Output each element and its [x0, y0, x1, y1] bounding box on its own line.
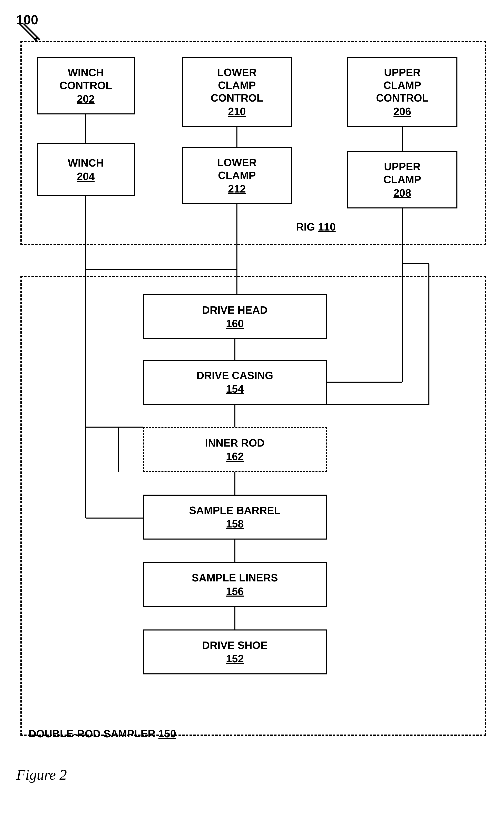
drive-casing-block: DRIVE CASING 154 [143, 360, 327, 405]
sample-barrel-block: SAMPLE BARREL 158 [143, 495, 327, 539]
figure-caption: Figure 2 [16, 766, 67, 783]
inner-rod-block: INNER ROD 162 [143, 427, 327, 472]
upper-clamp-control-block: UPPERCLAMPCONTROL 206 [347, 57, 457, 127]
drive-shoe-block: DRIVE SHOE 152 [143, 630, 327, 675]
sampler-label: DOUBLE-ROD SAMPLER 150 [29, 728, 176, 740]
lower-clamp-control-block: LOWERCLAMPCONTROL 210 [182, 57, 292, 127]
winch-control-block: WINCHCONTROL 202 [37, 57, 135, 114]
drive-head-block: DRIVE HEAD 160 [143, 294, 327, 339]
upper-clamp-block: UPPERCLAMP 208 [347, 151, 457, 209]
sample-liners-block: SAMPLE LINERS 156 [143, 562, 327, 607]
winch-block: WINCH 204 [37, 143, 135, 196]
rig-label: RIG 110 [296, 221, 336, 233]
lower-clamp-block: LOWERCLAMP 212 [182, 147, 292, 205]
